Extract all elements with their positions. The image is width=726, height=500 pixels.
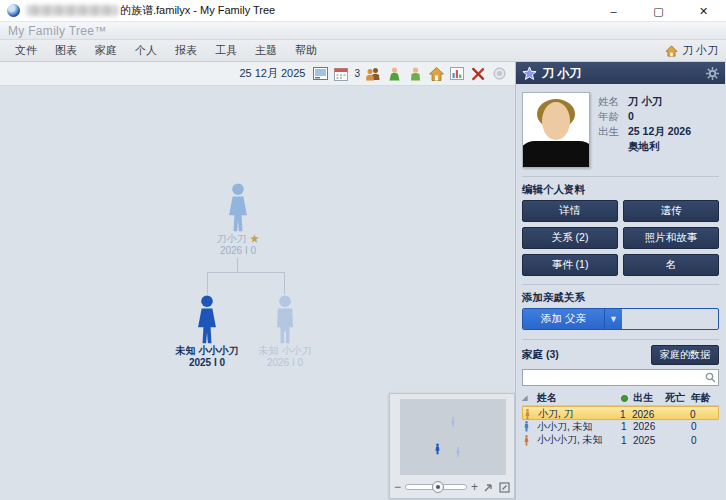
sort-icon: ◢ bbox=[522, 394, 537, 402]
row-age: 0 bbox=[691, 435, 719, 446]
person-name: 未知 小小刀 bbox=[240, 345, 330, 357]
zoom-out-button[interactable]: − bbox=[394, 482, 401, 492]
family-row-selected[interactable]: 小刀, 刀 1 2026 0 bbox=[522, 406, 719, 420]
chevron-down-icon[interactable]: ▼ bbox=[604, 309, 622, 329]
minimap-view[interactable] bbox=[400, 399, 506, 475]
names-button[interactable]: 名 bbox=[623, 254, 719, 276]
connector-line bbox=[207, 272, 208, 294]
birthplace-value: 奥地利 bbox=[628, 139, 660, 154]
living-status-icon bbox=[621, 395, 628, 402]
name-value: 刀 小刀 bbox=[628, 94, 662, 109]
relationships-button[interactable]: 关系 (2) bbox=[522, 227, 618, 249]
window-title: 的族谱.familyx - My Family Tree bbox=[120, 3, 275, 18]
age-column-header[interactable]: 年龄 bbox=[691, 391, 719, 405]
person-count: 3 bbox=[354, 68, 360, 79]
home-star-icon: ★ bbox=[249, 233, 259, 244]
minimap-figure bbox=[454, 447, 462, 457]
people-icon[interactable] bbox=[365, 66, 381, 82]
menu-reports[interactable]: 报表 bbox=[166, 40, 206, 61]
favourite-star-icon[interactable] bbox=[522, 66, 537, 81]
family-data-button[interactable]: 家庭的数据 bbox=[651, 345, 719, 365]
gear-icon[interactable] bbox=[706, 67, 719, 80]
zoom-in-button[interactable]: + bbox=[471, 482, 478, 492]
add-relative-section-title: 添加亲戚关系 bbox=[516, 287, 725, 308]
menu-individual[interactable]: 个人 bbox=[126, 40, 166, 61]
close-button[interactable]: ✕ bbox=[681, 0, 726, 22]
home-chart-icon[interactable] bbox=[428, 66, 444, 82]
genetics-button[interactable]: 遗传 bbox=[623, 200, 719, 222]
person-details-card: 姓名刀 小刀 年龄0 出生25 12月 2026 奥地利 bbox=[516, 84, 725, 174]
add-male-icon[interactable] bbox=[407, 66, 423, 82]
sync-disabled-icon[interactable] bbox=[491, 66, 507, 82]
connector-line bbox=[284, 272, 285, 294]
menu-themes[interactable]: 主题 bbox=[246, 40, 286, 61]
family-row[interactable]: 小小刀, 未知 1 2026 0 bbox=[522, 420, 719, 434]
tree-node-child-2[interactable]: 未知 小小刀 2026 I 0 bbox=[240, 295, 330, 369]
born-label: 出生 bbox=[598, 124, 628, 139]
connector-line bbox=[207, 272, 285, 273]
add-father-label: 添加 父亲 bbox=[523, 309, 604, 329]
died-column-header[interactable]: 死亡 bbox=[665, 391, 691, 405]
age-value: 0 bbox=[628, 109, 634, 124]
row-born: 2026 bbox=[633, 421, 665, 432]
row-age: 0 bbox=[691, 421, 719, 432]
menu-tools[interactable]: 工具 bbox=[206, 40, 246, 61]
zoom-slider-handle[interactable] bbox=[432, 481, 444, 493]
home-person-indicator[interactable]: 刀 小刀 bbox=[665, 43, 718, 58]
female-silhouette-icon bbox=[217, 183, 259, 233]
zoom-slider[interactable] bbox=[405, 484, 467, 490]
family-tree-canvas[interactable]: 刀小刀 ★ 2026 I 0 未知 小小小刀 2025 I 0 未知 小小刀 bbox=[0, 86, 515, 500]
divider bbox=[522, 339, 719, 340]
row-marker: 1 bbox=[621, 421, 633, 432]
minimap-figure bbox=[433, 443, 442, 455]
person-lifespan: 2026 I 0 bbox=[196, 245, 280, 257]
female-person-icon bbox=[522, 435, 531, 446]
home-person-name: 刀 小刀 bbox=[682, 43, 718, 58]
details-button[interactable]: 详情 bbox=[522, 200, 618, 222]
photos-stories-button[interactable]: 照片和故事 bbox=[623, 227, 719, 249]
title-bar: 的族谱.familyx - My Family Tree – ▢ ✕ bbox=[0, 0, 726, 22]
person-lifespan: 2026 I 0 bbox=[240, 357, 330, 369]
row-born: 2026 bbox=[632, 409, 664, 420]
person-name: 刀小刀 bbox=[217, 233, 247, 244]
add-father-button[interactable]: 添加 父亲 ▼ bbox=[522, 308, 719, 330]
events-button[interactable]: 事件 (1) bbox=[522, 254, 618, 276]
family-search-input[interactable] bbox=[522, 369, 719, 386]
current-date: 25 12月 2025 bbox=[239, 66, 305, 81]
slideshow-icon[interactable] bbox=[312, 66, 328, 82]
row-marker: 1 bbox=[620, 409, 632, 420]
menu-help[interactable]: 帮助 bbox=[286, 40, 326, 61]
app-logo-icon bbox=[7, 4, 20, 17]
add-female-icon[interactable] bbox=[386, 66, 402, 82]
calendar-icon[interactable] bbox=[333, 66, 349, 82]
row-age: 0 bbox=[690, 409, 718, 420]
menu-file[interactable]: 文件 bbox=[6, 40, 46, 61]
tools-icon[interactable] bbox=[470, 66, 486, 82]
family-row[interactable]: 小小小刀, 未知 1 2025 0 bbox=[522, 433, 719, 447]
statistics-icon[interactable] bbox=[449, 66, 465, 82]
brand-bar: My Family Tree™ bbox=[0, 22, 726, 40]
minimize-button[interactable]: – bbox=[591, 0, 636, 22]
name-column-header[interactable]: 姓名 bbox=[537, 391, 621, 405]
pan-arrow-icon[interactable] bbox=[482, 481, 494, 493]
tree-node-root[interactable]: 刀小刀 ★ 2026 I 0 bbox=[196, 183, 280, 257]
row-born: 2025 bbox=[633, 435, 665, 446]
female-silhouette-icon bbox=[186, 295, 228, 345]
menu-bar: 文件 图表 家庭 个人 报表 工具 主题 帮助 刀 小刀 bbox=[0, 40, 726, 62]
family-table: ◢ 姓名 出生 死亡 年龄 小刀, 刀 1 2026 0 小小刀, 未知 1 2… bbox=[516, 391, 725, 447]
minimap-figure bbox=[449, 417, 457, 427]
family-table-header[interactable]: ◢ 姓名 出生 死亡 年龄 bbox=[522, 391, 719, 406]
row-name: 小小刀, 未知 bbox=[537, 420, 621, 434]
row-name: 小小小刀, 未知 bbox=[537, 433, 621, 447]
born-column-header[interactable]: 出生 bbox=[633, 391, 665, 405]
menu-charts[interactable]: 图表 bbox=[46, 40, 86, 61]
fit-view-icon[interactable] bbox=[498, 481, 510, 493]
family-section-title: 家庭 (3) bbox=[522, 348, 651, 362]
menu-family[interactable]: 家庭 bbox=[86, 40, 126, 61]
avatar[interactable] bbox=[522, 92, 590, 168]
age-label: 年龄 bbox=[598, 109, 628, 124]
minimap-panel: − + bbox=[389, 393, 515, 499]
male-person-icon bbox=[522, 421, 531, 432]
maximize-button[interactable]: ▢ bbox=[636, 0, 681, 22]
person-panel: 刀 小刀 姓名刀 小刀 年龄0 出生25 12月 2026 奥地利 编辑个人资料… bbox=[516, 62, 725, 500]
